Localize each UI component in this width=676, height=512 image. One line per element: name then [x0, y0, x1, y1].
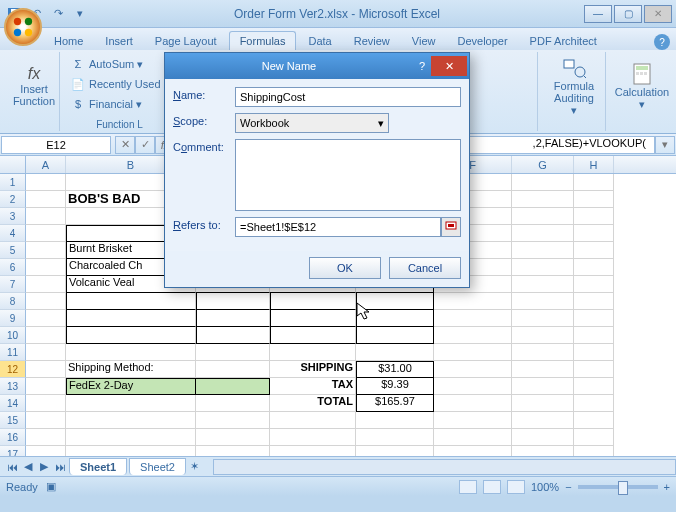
ribbon-group-insert-function: fx Insert Function — [2, 52, 60, 131]
name-box[interactable] — [1, 136, 111, 154]
first-sheet-icon[interactable]: ⏮ — [4, 459, 20, 475]
page-break-view-icon[interactable] — [507, 480, 525, 494]
row-header[interactable]: 13 — [0, 378, 26, 395]
row-header[interactable]: 16 — [0, 429, 26, 446]
svg-rect-16 — [448, 224, 454, 227]
redo-icon[interactable]: ↷ — [48, 4, 68, 24]
expand-formula-bar-icon[interactable]: ▾ — [655, 136, 675, 154]
office-button[interactable] — [4, 8, 42, 46]
tab-page-layout[interactable]: Page Layout — [145, 32, 227, 50]
qa-customize-icon[interactable]: ▾ — [70, 4, 90, 24]
insert-function-button[interactable]: fx Insert Function — [8, 54, 60, 118]
minimize-button[interactable]: — — [584, 5, 612, 23]
tab-developer[interactable]: Developer — [447, 32, 517, 50]
cell-e12: $31.00 — [356, 361, 434, 378]
select-all-corner[interactable] — [0, 156, 26, 173]
financial-button[interactable]: $Financial ▾ — [70, 94, 169, 114]
row-header[interactable]: 14 — [0, 395, 26, 412]
help-icon[interactable]: ? — [654, 34, 670, 50]
row-header[interactable]: 4 — [0, 225, 26, 242]
status-bar: Ready ▣ 100% − + — [0, 476, 676, 496]
refers-to-input[interactable] — [235, 217, 441, 237]
svg-point-3 — [14, 18, 21, 25]
zoom-out-icon[interactable]: − — [565, 481, 571, 493]
name-label: Name: — [173, 87, 235, 101]
next-sheet-icon[interactable]: ▶ — [36, 459, 52, 475]
row-header[interactable]: 3 — [0, 208, 26, 225]
formula-auditing-button[interactable]: Formula Auditing ▾ — [548, 54, 600, 118]
name-input[interactable] — [235, 87, 461, 107]
ribbon-group-function-library: ΣAutoSum ▾ 📄Recently Used $Financial ▾ F… — [64, 52, 176, 131]
cell-d12: SHIPPING — [270, 361, 356, 378]
new-sheet-icon[interactable]: ✶ — [187, 459, 203, 475]
row-header[interactable]: 10 — [0, 327, 26, 344]
new-name-dialog: New Name ? ✕ Name: Scope: Workbook▾ Comm… — [164, 52, 470, 288]
row-header[interactable]: 11 — [0, 344, 26, 361]
row-header[interactable]: 1 — [0, 174, 26, 191]
scope-label: Scope: — [173, 113, 235, 127]
row-header[interactable]: 12 — [0, 361, 26, 378]
row-header[interactable]: 9 — [0, 310, 26, 327]
dialog-title: New Name — [165, 60, 413, 72]
maximize-button[interactable]: ▢ — [614, 5, 642, 23]
app-title: Order Form Ver2.xlsx - Microsoft Excel — [90, 7, 584, 21]
col-header-h[interactable]: H — [574, 156, 614, 173]
sheet-tab-2[interactable]: Sheet2 — [129, 458, 186, 475]
window-controls: — ▢ ✕ — [584, 5, 672, 23]
cell-d14: TOTAL — [270, 395, 356, 412]
col-header-a[interactable]: A — [26, 156, 66, 173]
tab-home[interactable]: Home — [44, 32, 93, 50]
tab-review[interactable]: Review — [344, 32, 400, 50]
zoom-slider[interactable] — [578, 485, 658, 489]
macro-record-icon[interactable]: ▣ — [46, 480, 56, 493]
row-header[interactable]: 2 — [0, 191, 26, 208]
chevron-down-icon: ▾ — [378, 117, 384, 130]
row-header[interactable]: 7 — [0, 276, 26, 293]
svg-rect-13 — [640, 72, 643, 75]
sheet-tab-1[interactable]: Sheet1 — [69, 458, 127, 475]
tab-insert[interactable]: Insert — [95, 32, 143, 50]
cancel-button[interactable]: Cancel — [389, 257, 461, 279]
comment-label: Comment: — [173, 139, 235, 153]
svg-point-4 — [25, 18, 32, 25]
svg-rect-11 — [636, 66, 648, 70]
cell-e13: $9.39 — [356, 378, 434, 395]
autosum-button[interactable]: ΣAutoSum ▾ — [70, 54, 169, 74]
tab-formulas[interactable]: Formulas — [229, 31, 297, 50]
svg-point-5 — [14, 29, 21, 36]
col-header-g[interactable]: G — [512, 156, 574, 173]
close-button[interactable]: ✕ — [644, 5, 672, 23]
dialog-close-icon[interactable]: ✕ — [431, 56, 467, 76]
zoom-level[interactable]: 100% — [531, 481, 559, 493]
recently-used-button[interactable]: 📄Recently Used — [70, 74, 169, 94]
tab-view[interactable]: View — [402, 32, 446, 50]
dialog-title-bar[interactable]: New Name ? ✕ — [165, 53, 469, 79]
page-layout-view-icon[interactable] — [483, 480, 501, 494]
zoom-in-icon[interactable]: + — [664, 481, 670, 493]
title-bar: ↶ ↷ ▾ Order Form Ver2.xlsx - Microsoft E… — [0, 0, 676, 28]
enter-formula-icon[interactable]: ✓ — [135, 136, 155, 154]
ribbon-tabs: Home Insert Page Layout Formulas Data Re… — [0, 28, 676, 50]
cell-d13: TAX — [270, 378, 356, 395]
cell-e14: $165.97 — [356, 395, 434, 412]
normal-view-icon[interactable] — [459, 480, 477, 494]
dialog-help-icon[interactable]: ? — [413, 60, 431, 72]
sheet-tab-bar: ⏮ ◀ ▶ ⏭ Sheet1 Sheet2 ✶ — [0, 456, 676, 476]
range-selector-icon[interactable] — [441, 217, 461, 237]
row-header[interactable]: 8 — [0, 293, 26, 310]
prev-sheet-icon[interactable]: ◀ — [20, 459, 36, 475]
last-sheet-icon[interactable]: ⏭ — [52, 459, 68, 475]
row-header[interactable]: 5 — [0, 242, 26, 259]
scope-select[interactable]: Workbook▾ — [235, 113, 389, 133]
row-header[interactable]: 17 — [0, 446, 26, 456]
cancel-formula-icon[interactable]: ✕ — [115, 136, 135, 154]
comment-textarea[interactable] — [235, 139, 461, 211]
row-header[interactable]: 15 — [0, 412, 26, 429]
tab-data[interactable]: Data — [298, 32, 341, 50]
svg-rect-14 — [644, 72, 647, 75]
horizontal-scrollbar[interactable] — [213, 459, 676, 475]
calculation-button[interactable]: Calculation ▾ — [616, 54, 668, 118]
ok-button[interactable]: OK — [309, 257, 381, 279]
row-header[interactable]: 6 — [0, 259, 26, 276]
tab-pdf-architect[interactable]: PDF Architect — [520, 32, 607, 50]
